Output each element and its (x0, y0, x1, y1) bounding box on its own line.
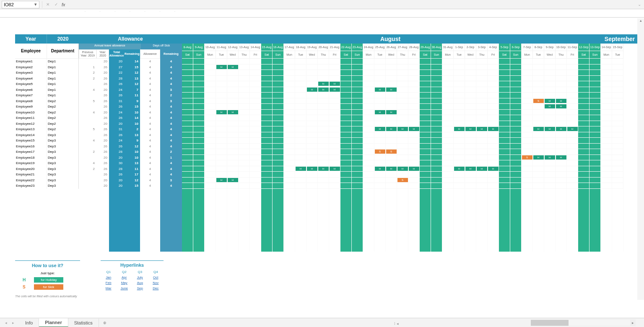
prev-year-val[interactable]: 1 (79, 64, 96, 70)
year-2020-val[interactable]: 20 (96, 155, 109, 161)
day-cell[interactable] (363, 70, 374, 76)
day-cell[interactable] (408, 104, 420, 110)
day-cell[interactable] (352, 132, 363, 138)
day-cell[interactable] (533, 64, 544, 70)
empty-cell[interactable] (329, 189, 340, 252)
day-cell[interactable] (216, 87, 227, 93)
day-cell[interactable] (386, 93, 397, 98)
day-cell[interactable]: H (465, 166, 476, 172)
day-cell[interactable] (193, 87, 205, 93)
day-cell[interactable] (499, 104, 510, 110)
day-cell[interactable] (306, 149, 318, 155)
day-cell[interactable] (239, 98, 250, 104)
day-cell[interactable] (522, 138, 533, 144)
day-cell[interactable] (589, 172, 601, 178)
day-cell[interactable] (397, 172, 408, 178)
day-cell[interactable] (612, 87, 623, 93)
day-cell[interactable] (397, 76, 408, 82)
day-cell[interactable] (273, 93, 284, 98)
day-cell[interactable] (374, 155, 386, 161)
empty-cell[interactable] (533, 189, 544, 252)
day-cell[interactable] (510, 160, 522, 166)
day-cell[interactable] (340, 76, 352, 82)
day-cell[interactable]: H (386, 110, 397, 116)
day-cell[interactable] (522, 98, 533, 104)
day-cell[interactable] (250, 64, 261, 70)
day-cell[interactable] (284, 126, 295, 132)
day-cell[interactable] (612, 172, 623, 178)
year-2020-val[interactable]: 26 (96, 98, 109, 104)
day-cell[interactable] (420, 144, 431, 149)
day-cell[interactable] (408, 138, 420, 144)
day-cell[interactable] (374, 178, 386, 183)
empty-cell[interactable] (454, 189, 465, 252)
day-cell[interactable] (329, 178, 340, 183)
day-cell[interactable] (352, 59, 363, 64)
year-2020-val[interactable]: 20 (96, 70, 109, 76)
day-cell[interactable] (397, 138, 408, 144)
day-cell[interactable] (522, 76, 533, 82)
day-cell[interactable] (510, 155, 522, 161)
day-cell[interactable] (318, 183, 329, 189)
day-cell[interactable] (533, 178, 544, 183)
day-cell[interactable]: H (408, 126, 420, 132)
day-cell[interactable] (567, 178, 578, 183)
sick-allow-val[interactable]: 4 (140, 166, 160, 172)
day-cell[interactable] (589, 64, 601, 70)
day-cell[interactable] (329, 138, 340, 144)
day-cell[interactable] (408, 87, 420, 93)
day-cell[interactable] (363, 93, 374, 98)
day-cell[interactable] (306, 155, 318, 161)
day-cell[interactable] (589, 70, 601, 76)
day-cell[interactable] (239, 87, 250, 93)
department[interactable]: Dep3 (47, 183, 79, 189)
day-cell[interactable] (216, 172, 227, 178)
day-cell[interactable] (476, 104, 488, 110)
day-cell[interactable] (476, 155, 488, 161)
day-cell[interactable] (601, 98, 612, 104)
day-cell[interactable] (442, 81, 454, 87)
day-cell[interactable] (216, 126, 227, 132)
day-cell[interactable] (420, 76, 431, 82)
day-cell[interactable] (295, 87, 306, 93)
empty-cell[interactable] (340, 189, 352, 252)
day-cell[interactable]: H (318, 166, 329, 172)
day-cell[interactable] (284, 93, 295, 98)
day-cell[interactable] (431, 98, 442, 104)
day-cell[interactable] (182, 64, 193, 70)
day-cell[interactable] (295, 149, 306, 155)
day-cell[interactable] (465, 115, 476, 121)
year-2020-val[interactable]: 26 (96, 166, 109, 172)
day-cell[interactable] (363, 110, 374, 116)
day-cell[interactable] (363, 126, 374, 132)
day-cell[interactable] (499, 87, 510, 93)
prev-year-val[interactable] (79, 115, 96, 121)
day-cell[interactable] (589, 115, 601, 121)
year-2020-val[interactable]: 26 (96, 144, 109, 149)
day-cell[interactable] (193, 98, 205, 104)
day-cell[interactable] (465, 144, 476, 149)
day-cell[interactable] (465, 149, 476, 155)
empty-cell[interactable] (488, 189, 499, 252)
day-cell[interactable] (476, 110, 488, 116)
day-cell[interactable] (329, 126, 340, 132)
sick-allow-val[interactable]: 4 (140, 64, 160, 70)
day-cell[interactable] (318, 70, 329, 76)
day-cell[interactable] (476, 76, 488, 82)
day-cell[interactable] (499, 93, 510, 98)
prev-year-val[interactable]: 2 (79, 149, 96, 155)
department[interactable]: Dep3 (47, 178, 79, 183)
empty-cell[interactable] (363, 189, 374, 252)
department[interactable]: Dep3 (47, 144, 79, 149)
employee-name[interactable]: Employee19 (15, 160, 47, 166)
day-cell[interactable] (408, 64, 420, 70)
day-cell[interactable] (544, 93, 556, 98)
day-cell[interactable] (295, 115, 306, 121)
day-cell[interactable] (533, 110, 544, 116)
day-cell[interactable] (454, 155, 465, 161)
day-cell[interactable] (556, 59, 567, 64)
day-cell[interactable] (601, 76, 612, 82)
day-cell[interactable] (510, 183, 522, 189)
department[interactable]: Dep2 (47, 115, 79, 121)
day-cell[interactable] (408, 183, 420, 189)
